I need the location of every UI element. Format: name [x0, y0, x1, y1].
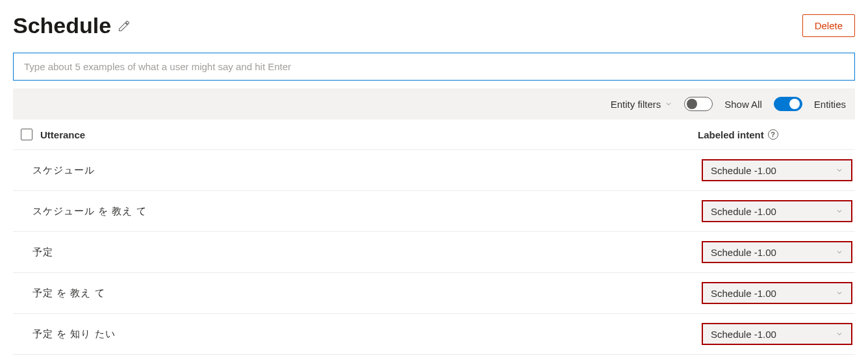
edit-title-button[interactable]	[118, 19, 131, 32]
entity-filters-dropdown[interactable]: Entity filters	[611, 99, 673, 110]
labeled-intent-dropdown[interactable]: Schedule -1.00	[702, 282, 852, 304]
list-item[interactable]: 予定 を 教え て Schedule -1.00	[13, 273, 855, 314]
labeled-intent-value: Schedule -1.00	[711, 247, 776, 258]
chevron-down-icon	[836, 248, 843, 256]
utterance-list: スケジュール Schedule -1.00 スケジュール を 教え て Sche…	[13, 150, 855, 355]
chevron-down-icon	[665, 100, 672, 108]
page-title: Schedule	[13, 13, 111, 38]
page-header: Schedule Delete	[13, 13, 855, 38]
chevron-down-icon	[836, 166, 843, 174]
labeled-intent-dropdown[interactable]: Schedule -1.00	[702, 200, 852, 222]
delete-button[interactable]: Delete	[802, 14, 855, 37]
labeled-intent-value: Schedule -1.00	[711, 206, 776, 217]
labeled-intent-dropdown[interactable]: Schedule -1.00	[702, 323, 852, 345]
labeled-intent-value: Schedule -1.00	[711, 329, 776, 340]
utterance-input[interactable]	[13, 53, 855, 81]
entity-filters-label: Entity filters	[611, 99, 661, 110]
entities-toggle[interactable]	[774, 97, 802, 111]
utterance-text[interactable]: スケジュール を 教え て	[13, 205, 702, 218]
toggle-knob	[687, 99, 697, 109]
labeled-intent-value: Schedule -1.00	[711, 165, 776, 176]
utterance-text[interactable]: 予定	[13, 246, 702, 259]
list-header-row: Utterance Labeled intent ?	[13, 120, 855, 150]
entities-label: Entities	[814, 99, 846, 110]
help-icon[interactable]: ?	[768, 129, 778, 140]
list-item[interactable]: スケジュール Schedule -1.00	[13, 150, 855, 191]
chevron-down-icon	[836, 289, 843, 297]
show-all-label: Show All	[724, 99, 762, 110]
chevron-down-icon	[836, 330, 843, 338]
column-header-utterance[interactable]: Utterance	[40, 129, 698, 140]
column-header-labeled-intent[interactable]: Labeled intent ?	[698, 129, 852, 140]
list-item[interactable]: 予定 を 知り たい Schedule -1.00	[13, 314, 855, 355]
utterance-text[interactable]: 予定 を 教え て	[13, 287, 702, 300]
utterance-text[interactable]: スケジュール	[13, 164, 702, 177]
pencil-icon	[118, 19, 131, 32]
labeled-intent-dropdown[interactable]: Schedule -1.00	[702, 159, 852, 181]
labeled-intent-dropdown[interactable]: Schedule -1.00	[702, 241, 852, 263]
toggle-knob	[789, 99, 800, 109]
list-toolbar: Entity filters Show All Entities	[13, 88, 855, 120]
list-item[interactable]: 予定 Schedule -1.00	[13, 232, 855, 273]
select-all-checkbox[interactable]	[21, 129, 32, 140]
show-all-toggle[interactable]	[684, 97, 713, 111]
column-header-labeled-intent-text: Labeled intent	[698, 129, 764, 140]
list-item[interactable]: スケジュール を 教え て Schedule -1.00	[13, 191, 855, 232]
labeled-intent-value: Schedule -1.00	[711, 288, 776, 299]
chevron-down-icon	[836, 207, 843, 215]
title-wrap: Schedule	[13, 13, 131, 38]
utterance-text[interactable]: 予定 を 知り たい	[13, 328, 702, 340]
